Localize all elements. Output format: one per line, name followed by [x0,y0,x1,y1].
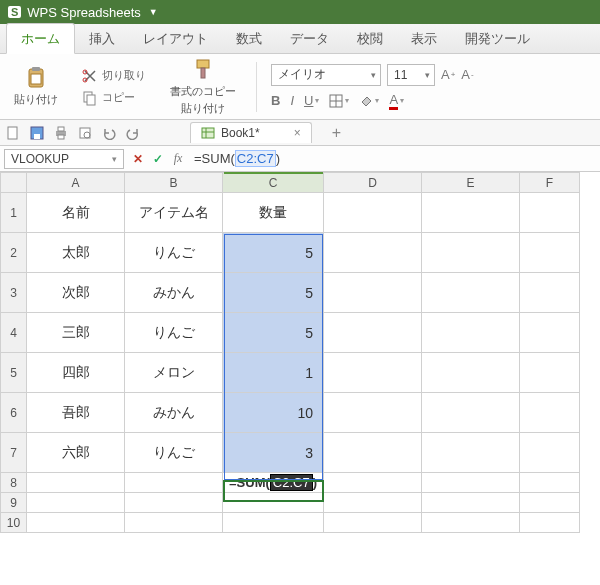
undo-icon[interactable] [102,126,116,140]
tab-home[interactable]: ホーム [6,23,75,54]
border-button[interactable]: ▾ [329,92,349,110]
col-header-A[interactable]: A [27,173,125,193]
cell-A7[interactable]: 六郎 [27,433,125,473]
name-box[interactable]: VLOOKUP ▾ [4,149,124,169]
cell-C6[interactable]: 10 [223,393,324,433]
document-tab[interactable]: Book1* × [190,122,312,143]
row-header-1[interactable]: 1 [1,193,27,233]
col-header-E[interactable]: E [422,173,520,193]
row-header-10[interactable]: 10 [1,513,27,533]
increase-font-button[interactable]: A+ [441,67,455,82]
select-all-corner[interactable] [1,173,27,193]
tab-formula[interactable]: 数式 [222,24,276,53]
cell-B8[interactable] [125,473,223,493]
fill-color-button[interactable]: ▾ [359,92,379,110]
cell-D1[interactable] [324,193,422,233]
cell-A1[interactable]: 名前 [27,193,125,233]
col-header-D[interactable]: D [324,173,422,193]
print-preview-icon[interactable] [78,126,92,140]
cell-C2[interactable]: 5 [223,233,324,273]
font-color-button[interactable]: A▾ [389,92,404,110]
row-header-5[interactable]: 5 [1,353,27,393]
cell-A5[interactable]: 四郎 [27,353,125,393]
cell-E1[interactable] [422,193,520,233]
row-header-9[interactable]: 9 [1,493,27,513]
formula-input[interactable]: =SUM(C2:C7) [188,150,600,167]
copy-icon [82,90,98,106]
tab-view[interactable]: 表示 [397,24,451,53]
italic-button[interactable]: I [290,92,294,110]
cell-A8[interactable] [27,473,125,493]
cell-C4[interactable]: 5 [223,313,324,353]
row-header-2[interactable]: 2 [1,233,27,273]
new-doc-icon[interactable] [6,126,20,140]
copy-button[interactable]: コピー [78,88,150,108]
col-header-B[interactable]: B [125,173,223,193]
svg-rect-17 [58,135,64,139]
cell-C1[interactable]: 数量 [223,193,324,233]
tab-insert[interactable]: 挿入 [75,24,129,53]
paste-label: 貼り付け [14,92,58,107]
cell-B7[interactable]: りんご [125,433,223,473]
cell-B3[interactable]: みかん [125,273,223,313]
svg-rect-8 [201,68,205,78]
cell-C8-active[interactable]: =SUM(C2:C7) [223,473,324,493]
cell-A6[interactable]: 吾郎 [27,393,125,433]
cell-A4[interactable]: 三郎 [27,313,125,353]
tab-data[interactable]: データ [276,24,343,53]
cell-B1[interactable]: アイテム名 [125,193,223,233]
accept-formula-button[interactable]: ✓ [148,152,168,166]
cell-F1[interactable] [520,193,580,233]
cell-B5[interactable]: メロン [125,353,223,393]
svg-rect-7 [197,60,209,68]
row-header-3[interactable]: 3 [1,273,27,313]
quick-access-toolbar: Book1* × + [0,120,600,146]
redo-icon[interactable] [126,126,140,140]
row-header-8[interactable]: 8 [1,473,27,493]
cell-C7[interactable]: 3 [223,433,324,473]
bold-button[interactable]: B [271,92,280,110]
close-icon[interactable]: × [294,126,301,140]
tab-review[interactable]: 校閲 [343,24,397,53]
svg-rect-20 [202,128,214,138]
row-header-7[interactable]: 7 [1,433,27,473]
cell-C5[interactable]: 1 [223,353,324,393]
document-tab-label: Book1* [221,126,260,140]
cell-B2[interactable]: りんご [125,233,223,273]
col-header-C[interactable]: C [223,173,324,193]
tab-developer[interactable]: 開発ツール [451,24,544,53]
workbook-icon [201,126,215,140]
row-header-6[interactable]: 6 [1,393,27,433]
svg-rect-16 [58,127,64,131]
format-painter-button[interactable]: 書式のコピー 貼り付け [164,56,242,118]
cell-A3[interactable]: 次郎 [27,273,125,313]
svg-rect-12 [8,127,17,139]
cut-button[interactable]: 切り取り [78,66,150,86]
paste-button[interactable]: 貼り付け [8,64,64,109]
formula-bar: VLOOKUP ▾ ✕ ✓ fx =SUM(C2:C7) [0,146,600,172]
titlebar-dropdown-icon[interactable]: ▼ [149,7,158,17]
tab-layout[interactable]: レイアウト [129,24,222,53]
cell-C3[interactable]: 5 [223,273,324,313]
titlebar: S WPS Spreadsheets ▼ [0,0,600,24]
col-header-F[interactable]: F [520,173,580,193]
cell-B6[interactable]: みかん [125,393,223,433]
cancel-formula-button[interactable]: ✕ [128,152,148,166]
cell-B4[interactable]: りんご [125,313,223,353]
svg-rect-2 [31,74,41,84]
fx-button[interactable]: fx [168,151,188,166]
spreadsheet-grid[interactable]: A B C D E F 1 名前 アイテム名 数量 2太郎りんご5 3次郎みかん… [0,172,600,533]
format-painter-label-1: 書式のコピー [170,84,236,99]
decrease-font-button[interactable]: A- [461,67,473,82]
print-icon[interactable] [54,126,68,140]
row-header-4[interactable]: 4 [1,313,27,353]
cell-A2[interactable]: 太郎 [27,233,125,273]
save-icon[interactable] [30,126,44,140]
font-name-select[interactable]: メイリオ [271,64,381,86]
copy-label: コピー [102,90,135,105]
ribbon-tabs: ホーム 挿入 レイアウト 数式 データ 校閲 表示 開発ツール [0,24,600,54]
font-size-select[interactable]: 11 [387,64,435,86]
format-painter-label-2: 貼り付け [181,101,225,116]
new-tab-button[interactable]: + [332,124,341,142]
underline-button[interactable]: U▾ [304,92,319,110]
